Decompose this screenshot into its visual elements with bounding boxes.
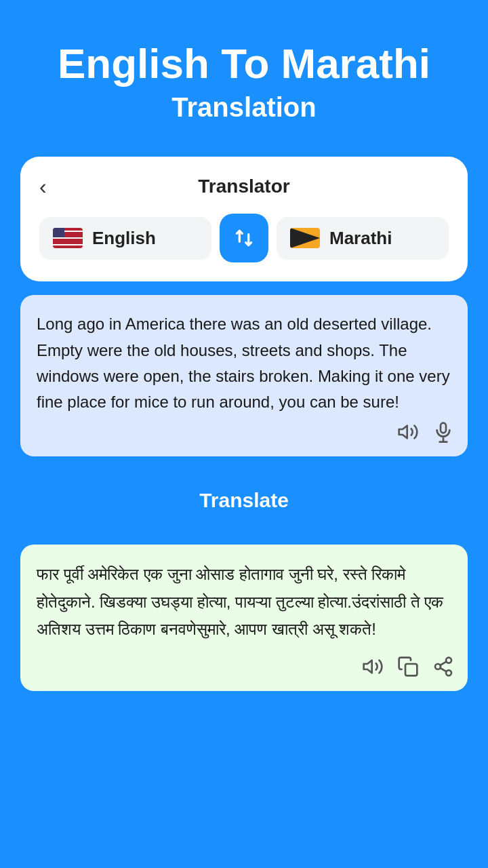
swap-icon — [233, 227, 255, 249]
svg-rect-5 — [405, 664, 417, 675]
target-language-label: Marathi — [329, 228, 392, 249]
translate-button[interactable]: Translate — [20, 470, 468, 531]
input-actions — [397, 421, 454, 446]
source-language-label: English — [92, 228, 156, 249]
svg-marker-0 — [399, 425, 407, 438]
app-subtitle: Translation — [27, 92, 461, 123]
svg-rect-1 — [441, 422, 446, 433]
main-content: ‹ Translator English — [0, 143, 488, 732]
card-title: Translator — [198, 176, 289, 197]
translated-text-area: फार पूर्वी अमेरिकेत एक जुना ओसाड होतागाव… — [20, 545, 468, 691]
svg-marker-4 — [364, 660, 372, 673]
target-language-button[interactable]: Marathi — [277, 217, 449, 260]
svg-line-10 — [440, 662, 446, 665]
source-text-area[interactable]: Long ago in America there was an old des… — [20, 295, 468, 456]
source-text: Long ago in America there was an old des… — [37, 311, 451, 416]
us-flag — [53, 228, 83, 248]
translator-card: ‹ Translator English — [20, 157, 468, 281]
translated-text: फार पूर्वी अमेरिकेत एक जुना ओसाड होतागाव… — [37, 561, 451, 644]
swap-languages-button[interactable] — [220, 214, 268, 262]
share-icon[interactable] — [432, 656, 454, 680]
app-title: English To Marathi — [27, 41, 461, 87]
svg-line-9 — [440, 668, 446, 671]
back-button[interactable]: ‹ — [39, 174, 47, 199]
card-header: ‹ Translator — [39, 176, 449, 197]
copy-icon[interactable] — [397, 656, 419, 680]
output-actions — [362, 656, 454, 680]
app-header: English To Marathi Translation — [0, 0, 488, 143]
output-speaker-icon[interactable] — [362, 656, 384, 680]
source-language-button[interactable]: English — [39, 217, 211, 260]
marathi-flag — [290, 228, 320, 248]
language-selector: English Marathi — [39, 214, 449, 262]
microphone-icon[interactable] — [432, 421, 454, 446]
speaker-icon[interactable] — [397, 421, 419, 446]
